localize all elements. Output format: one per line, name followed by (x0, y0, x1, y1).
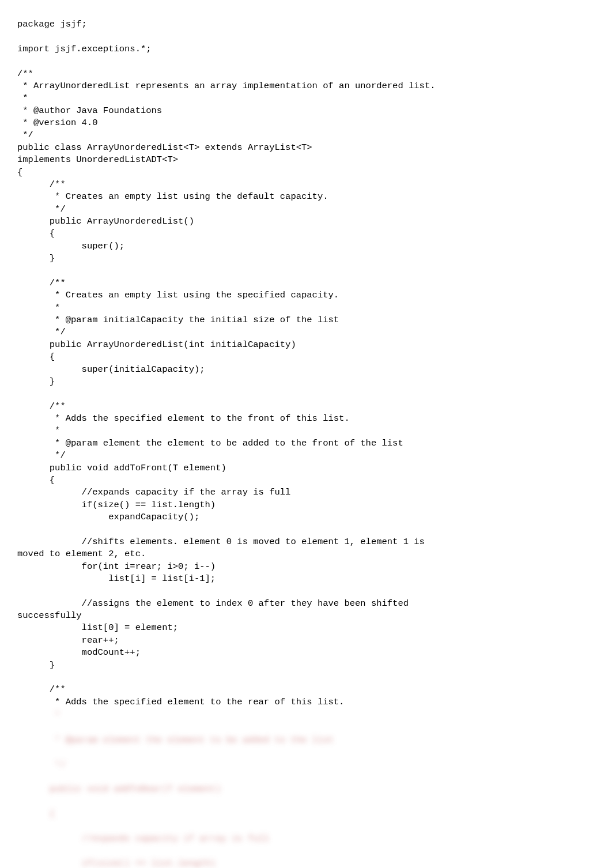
code-line: /** (17, 684, 66, 695)
code-line: */ (17, 204, 66, 214)
code-line: /** (17, 179, 66, 190)
code-line: * Creates an empty list using the specif… (17, 290, 339, 300)
code-line: } (17, 253, 55, 263)
code-line: * Creates an empty list using the defaul… (17, 191, 328, 202)
code-line: public void addToFront(T element) (17, 463, 226, 473)
code-line: { (17, 475, 55, 485)
blurred-code-line: * @param element the element to be added… (17, 734, 595, 746)
code-line: successfully (17, 610, 82, 621)
blurred-pre: * * @param element the element to be add… (17, 710, 595, 868)
code-line: * Adds the specified element to the rear… (17, 697, 344, 707)
blurred-code-line: * (17, 710, 595, 722)
code-line: * (17, 425, 60, 436)
code-line: */ (17, 130, 33, 140)
code-line: moved to element 2, etc. (17, 549, 146, 559)
code-line: * @param initialCapacity the initial siz… (17, 315, 339, 325)
code-line: } (17, 376, 55, 387)
code-line: list[0] = element; (17, 622, 178, 633)
code-line: * @param element the element to be added… (17, 438, 403, 448)
code-line: list[i] = list[i-1]; (17, 573, 216, 584)
source-code-block: package jsjf; import jsjf.exceptions.*; … (17, 18, 595, 708)
code-line: //expands capacity if the array is full (17, 487, 290, 497)
code-line: implements UnorderedListADT<T> (17, 154, 178, 165)
code-line: public class ArrayUnorderedList<T> exten… (17, 142, 312, 153)
code-line: { (17, 352, 55, 362)
code-line: * (17, 93, 28, 103)
code-line: //shifts elements. element 0 is moved to… (17, 537, 425, 547)
blurred-code-line: if(size() == list.length) (17, 858, 595, 869)
code-line: * @author Java Foundations (17, 105, 162, 116)
blurred-code-line: //expands capacity if array is full (17, 833, 595, 845)
code-line: if(size() == list.length) (17, 500, 216, 510)
code-line: */ (17, 327, 66, 337)
code-line: * @version 4.0 (17, 118, 98, 128)
code-line: */ (17, 450, 66, 461)
blurred-code-line: */ (17, 759, 595, 771)
code-line: super(initialCapacity); (17, 364, 205, 375)
blurred-code-line: public void addToRear(T element) (17, 783, 595, 795)
code-line: package jsjf; (17, 19, 87, 29)
blurred-code-block: * * @param element the element to be add… (17, 710, 595, 868)
code-line: * ArrayUnorderedList represents an array… (17, 81, 436, 91)
code-line: expandCapacity(); (17, 512, 199, 522)
code-line: * Adds the specified element to the fron… (17, 413, 350, 424)
code-document: package jsjf; import jsjf.exceptions.*; … (17, 18, 595, 868)
code-line: /** (17, 69, 33, 79)
blurred-code-line: { (17, 808, 595, 820)
code-line: public ArrayUnorderedList() (17, 216, 194, 227)
code-line: { (17, 228, 55, 239)
code-line: * (17, 303, 60, 313)
code-line: } (17, 660, 55, 670)
code-line: //assigns the element to index 0 after t… (17, 598, 409, 609)
code-line: rear++; (17, 635, 119, 646)
code-line: modCount++; (17, 647, 141, 658)
code-line: super(); (17, 241, 124, 251)
code-line: for(int i=rear; i>0; i--) (17, 561, 216, 572)
code-line: public ArrayUnorderedList(int initialCap… (17, 339, 296, 350)
code-line: import jsjf.exceptions.*; (17, 44, 152, 54)
code-line: /** (17, 278, 66, 288)
code-line: /** (17, 401, 66, 412)
code-line: { (17, 167, 22, 178)
